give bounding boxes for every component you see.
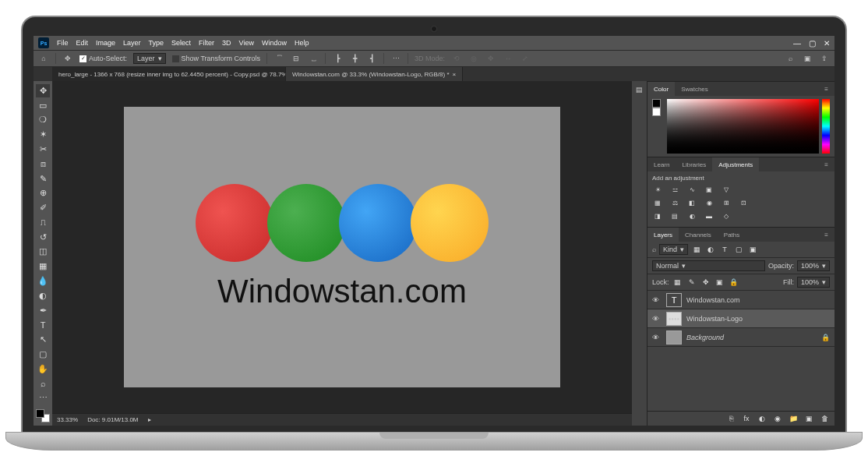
align-right-icon[interactable]: ┫ [366,53,377,64]
tab-channels[interactable]: Channels [679,228,718,242]
bw-icon[interactable]: ◧ [686,197,697,208]
filter-smart-icon[interactable]: ▣ [747,244,758,255]
new-layer-icon[interactable]: ▣ [803,413,814,424]
minimize-icon[interactable]: — [793,39,801,48]
layer-thumbnail[interactable] [666,330,682,345]
align-left-icon[interactable]: ┣ [332,53,343,64]
menu-view[interactable]: View [239,39,254,47]
type-tool[interactable]: T [36,319,50,332]
menu-image[interactable]: Image [96,39,115,47]
menu-type[interactable]: Type [149,39,164,47]
align-vcenter-icon[interactable]: ⊟ [291,53,302,64]
photo-filter-icon[interactable]: ◉ [704,197,715,208]
filter-adjust-icon[interactable]: ◐ [705,244,716,255]
lock-all-icon[interactable]: 🔒 [729,277,739,288]
fx-icon[interactable]: fx [741,413,752,424]
color-balance-icon[interactable]: ⚖ [669,197,680,208]
status-chevron-icon[interactable]: ▸ [148,416,151,423]
zoom-level[interactable]: 33.33% [57,416,78,423]
lock-artboard-icon[interactable]: ▣ [715,277,725,288]
gradient-map-icon[interactable]: ▬ [704,210,715,221]
layer-name[interactable]: Background [686,334,724,341]
vibrance-icon[interactable]: ▽ [721,184,732,195]
distribute-icon[interactable]: ⋯ [390,53,401,64]
tab-learn[interactable]: Learn [647,157,676,171]
menu-3d[interactable]: 3D [222,39,231,47]
zoom-tool[interactable]: ⌕ [36,377,50,391]
levels-icon[interactable]: ⚍ [669,184,680,195]
close-icon[interactable]: ✕ [824,39,830,48]
move-tool-icon[interactable]: ✥ [62,53,73,64]
crop-tool[interactable]: ✂ [36,143,50,156]
canvas-viewport[interactable]: Windowstan.com [52,81,632,413]
menu-file[interactable]: File [57,39,69,47]
layer-name[interactable]: Windowstan.com [686,296,740,304]
tab-close-icon[interactable]: × [453,71,457,78]
filter-pixel-icon[interactable]: ▦ [691,244,702,255]
history-panel-icon[interactable]: ▤ [634,84,645,95]
visibility-icon[interactable]: 👁 [652,315,662,323]
brightness-icon[interactable]: ☀ [652,184,663,195]
fg-swatch[interactable] [652,99,661,108]
search-icon[interactable]: ⌕ [785,53,796,64]
edit-toolbar[interactable]: ⋯ [36,391,50,405]
blur-tool[interactable]: 💧 [36,274,50,288]
layer-row[interactable]: 👁 T Windowstan.com [647,291,834,309]
dodge-tool[interactable]: ◐ [36,289,50,302]
color-lookup-icon[interactable]: ⊡ [738,197,749,208]
menu-edit[interactable]: Edit [76,39,89,47]
stamp-tool[interactable]: ⎍ [36,216,50,229]
eraser-tool[interactable]: ◫ [36,246,50,259]
marquee-tool[interactable]: ▭ [36,99,50,112]
panel-menu-icon[interactable]: ≡ [818,157,834,171]
history-brush-tool[interactable]: ↺ [36,231,50,244]
delete-layer-icon[interactable]: 🗑 [819,413,830,424]
channel-mixer-icon[interactable]: ⊞ [721,197,732,208]
align-top-icon[interactable]: ⎴ [273,53,284,64]
document-canvas[interactable]: Windowstan.com [124,107,560,387]
tab-adjustments[interactable]: Adjustments [712,157,759,171]
tab-layers[interactable]: Layers [647,228,679,242]
path-tool[interactable]: ↖ [36,333,50,346]
blend-mode-dropdown[interactable]: Normal▾ [652,260,765,271]
curves-icon[interactable]: ∿ [686,184,697,195]
tab-color[interactable]: Color [647,82,675,96]
panel-menu-icon[interactable]: ≡ [818,228,834,242]
exposure-icon[interactable]: ▣ [704,184,715,195]
gradient-tool[interactable]: ▦ [36,260,50,273]
color-field[interactable] [667,99,819,154]
threshold-icon[interactable]: ◐ [686,210,697,221]
show-transform-checkbox[interactable]: Show Transform Controls [172,55,261,62]
invert-icon[interactable]: ◨ [652,210,663,221]
posterize-icon[interactable]: ▤ [669,210,680,221]
visibility-icon[interactable]: 👁 [652,296,662,304]
magic-wand-tool[interactable]: ✶ [36,128,50,141]
menu-select[interactable]: Select [171,39,191,47]
lock-position-icon[interactable]: ✥ [700,277,711,288]
frame-tool[interactable]: ⧈ [36,157,50,171]
move-tool[interactable]: ✥ [36,84,50,97]
menu-layer[interactable]: Layer [123,39,141,47]
eyedropper-tool[interactable]: ✎ [36,172,50,186]
bg-swatch[interactable] [652,108,661,116]
layer-row[interactable]: 👁 ●●●● Windowstan-Logo [647,309,834,328]
hand-tool[interactable]: ✋ [36,362,50,376]
filter-type-icon[interactable]: T [719,244,730,255]
foreground-color[interactable] [36,409,44,418]
hue-slider[interactable] [822,99,830,154]
hue-icon[interactable]: ▦ [652,197,663,208]
group-icon[interactable]: 📁 [788,413,799,424]
layer-row[interactable]: 👁 Background 🔒 [647,328,834,347]
panel-menu-icon[interactable]: ≡ [818,82,834,96]
document-tab[interactable]: Windowstan.com @ 33.3% (Windowstan-Logo,… [286,67,463,81]
color-swatch[interactable] [36,409,50,422]
visibility-icon[interactable]: 👁 [652,334,662,341]
tab-paths[interactable]: Paths [718,228,746,242]
maximize-icon[interactable]: ▢ [809,39,816,48]
home-icon[interactable]: ⌂ [38,53,49,64]
filter-shape-icon[interactable]: ▢ [733,244,744,255]
align-hcenter-icon[interactable]: ╋ [349,53,360,64]
pen-tool[interactable]: ✒ [36,304,50,317]
auto-select-checkbox[interactable]: ✓ Auto-Select: [79,55,127,62]
menu-window[interactable]: Window [262,39,287,47]
